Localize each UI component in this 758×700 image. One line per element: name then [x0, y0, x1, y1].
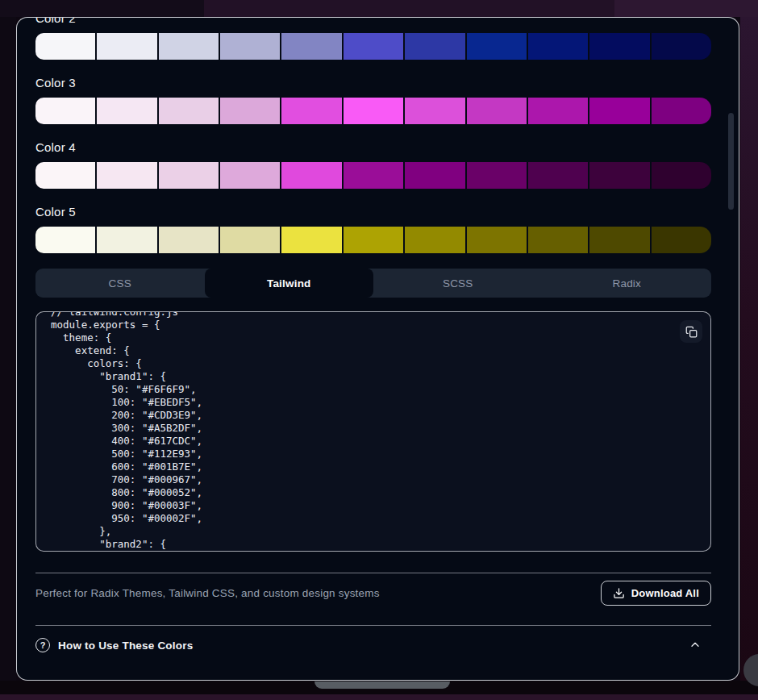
- color-swatch[interactable]: [528, 33, 588, 60]
- color-swatch[interactable]: [344, 162, 403, 189]
- swatch-row: [35, 33, 711, 60]
- tab-tailwind[interactable]: Tailwind: [205, 269, 374, 298]
- color-swatch[interactable]: [405, 98, 464, 124]
- color-swatch[interactable]: [35, 98, 95, 124]
- swatch-row: [35, 227, 711, 253]
- color-swatch[interactable]: [528, 98, 588, 124]
- color-swatch[interactable]: [344, 98, 403, 124]
- color-swatch[interactable]: [97, 227, 156, 253]
- color-swatch[interactable]: [467, 33, 527, 60]
- palette-section: Color 2: [35, 17, 711, 60]
- footer-row: Perfect for Radix Themes, Tailwind CSS, …: [35, 581, 711, 606]
- palette-label: Color 2: [35, 17, 711, 27]
- copy-icon: [685, 326, 698, 338]
- modal-content: Color 2 Color 3 Color 4 Color 5 CSSTailw…: [35, 18, 711, 660]
- color-swatch[interactable]: [159, 227, 219, 253]
- color-swatch[interactable]: [652, 162, 711, 189]
- help-icon: ?: [35, 638, 50, 652]
- divider: [35, 625, 711, 626]
- backdrop-right: [740, 17, 758, 681]
- color-swatch[interactable]: [159, 98, 219, 124]
- divider: [35, 573, 711, 573]
- color-swatch[interactable]: [97, 33, 156, 60]
- color-swatch[interactable]: [281, 162, 341, 189]
- color-swatch[interactable]: [97, 98, 156, 124]
- color-swatch[interactable]: [220, 227, 280, 253]
- backdrop-top-middle: [204, 0, 614, 17]
- color-swatch[interactable]: [220, 33, 280, 60]
- chevron-up-icon: [689, 639, 702, 652]
- backdrop-left: [0, 17, 16, 681]
- color-swatch[interactable]: [528, 162, 588, 189]
- palette-generator-modal: Color 2 Color 3 Color 4 Color 5 CSSTailw…: [16, 17, 739, 681]
- page-background: Color 2 Color 3 Color 4 Color 5 CSSTailw…: [0, 0, 758, 700]
- tab-radix[interactable]: Radix: [543, 269, 712, 298]
- color-swatch[interactable]: [405, 227, 464, 253]
- color-swatch[interactable]: [405, 162, 464, 189]
- palette-section: Color 3: [35, 75, 711, 124]
- tab-css[interactable]: CSS: [35, 269, 205, 298]
- color-swatch[interactable]: [281, 98, 341, 124]
- color-swatch[interactable]: [528, 227, 588, 253]
- color-swatch[interactable]: [652, 33, 711, 60]
- color-swatch[interactable]: [405, 33, 464, 60]
- color-swatch[interactable]: [220, 98, 280, 124]
- palette-label: Color 5: [35, 204, 711, 220]
- palette-label: Color 4: [35, 140, 711, 156]
- color-swatch[interactable]: [589, 162, 649, 189]
- palette-section: Color 4: [35, 140, 711, 189]
- palette-section: Color 5: [35, 204, 711, 253]
- color-swatch[interactable]: [344, 33, 403, 60]
- color-swatch[interactable]: [467, 162, 527, 189]
- palette-label: Color 3: [35, 75, 711, 91]
- download-all-label: Download All: [631, 587, 699, 599]
- code-content: // tailwind.config.js module.exports = {…: [51, 311, 202, 551]
- backdrop-bottom-strip: [0, 694, 758, 700]
- backdrop-top-left: [0, 0, 204, 17]
- color-swatch[interactable]: [35, 33, 95, 60]
- color-swatch[interactable]: [652, 98, 711, 124]
- color-swatch[interactable]: [159, 33, 219, 60]
- copy-code-button[interactable]: [680, 320, 702, 343]
- backdrop-top-right: [614, 0, 758, 17]
- color-swatch[interactable]: [281, 33, 341, 60]
- color-swatch[interactable]: [467, 98, 527, 124]
- color-swatch[interactable]: [589, 98, 649, 124]
- color-swatch[interactable]: [35, 227, 95, 253]
- color-swatch[interactable]: [467, 227, 527, 253]
- color-swatch[interactable]: [97, 162, 156, 189]
- color-swatch[interactable]: [281, 227, 341, 253]
- download-icon: [613, 587, 625, 599]
- color-swatch[interactable]: [589, 227, 649, 253]
- color-swatch[interactable]: [159, 162, 219, 189]
- footer-note: Perfect for Radix Themes, Tailwind CSS, …: [35, 587, 380, 599]
- how-to-use-accordion[interactable]: ? How to Use These Colors: [35, 631, 711, 660]
- format-tabbar: CSSTailwindSCSSRadix: [35, 269, 711, 298]
- accordion-title: How to Use These Colors: [58, 640, 689, 652]
- swatch-row: [35, 98, 711, 124]
- element-behind-modal: [314, 681, 450, 689]
- color-swatch[interactable]: [652, 227, 711, 253]
- modal-scrollbar-thumb[interactable]: [728, 113, 734, 210]
- color-swatch[interactable]: [344, 227, 403, 253]
- color-swatch[interactable]: [35, 162, 95, 189]
- download-all-button[interactable]: Download All: [601, 581, 711, 606]
- palette-list: Color 2 Color 3 Color 4 Color 5: [35, 17, 711, 253]
- color-swatch[interactable]: [220, 162, 280, 189]
- swatch-row: [35, 162, 711, 189]
- color-swatch[interactable]: [589, 33, 649, 60]
- code-block[interactable]: // tailwind.config.js module.exports = {…: [35, 311, 711, 552]
- tab-scss[interactable]: SCSS: [373, 269, 543, 298]
